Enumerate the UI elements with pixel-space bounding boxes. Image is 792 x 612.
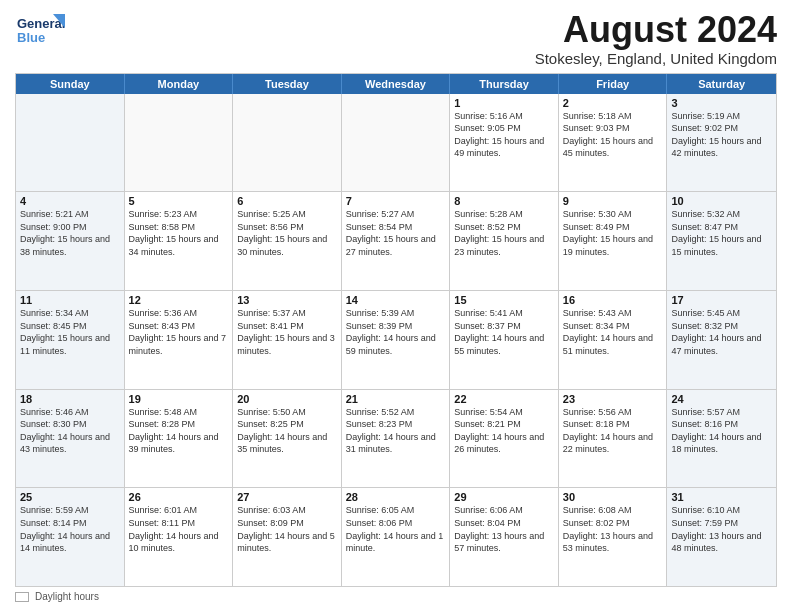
cell-info: Sunrise: 5:30 AM Sunset: 8:49 PM Dayligh… [563, 208, 663, 258]
table-row: 29Sunrise: 6:06 AM Sunset: 8:04 PM Dayli… [450, 488, 559, 586]
day-number: 9 [563, 195, 663, 207]
table-row: 15Sunrise: 5:41 AM Sunset: 8:37 PM Dayli… [450, 291, 559, 389]
day-number: 14 [346, 294, 446, 306]
table-row: 19Sunrise: 5:48 AM Sunset: 8:28 PM Dayli… [125, 390, 234, 488]
table-row: 23Sunrise: 5:56 AM Sunset: 8:18 PM Dayli… [559, 390, 668, 488]
table-row: 13Sunrise: 5:37 AM Sunset: 8:41 PM Dayli… [233, 291, 342, 389]
table-row: 22Sunrise: 5:54 AM Sunset: 8:21 PM Dayli… [450, 390, 559, 488]
day-number: 27 [237, 491, 337, 503]
cell-info: Sunrise: 5:46 AM Sunset: 8:30 PM Dayligh… [20, 406, 120, 456]
cell-info: Sunrise: 5:45 AM Sunset: 8:32 PM Dayligh… [671, 307, 772, 357]
header-tuesday: Tuesday [233, 74, 342, 94]
day-number: 26 [129, 491, 229, 503]
day-number: 12 [129, 294, 229, 306]
calendar: Sunday Monday Tuesday Wednesday Thursday… [15, 73, 777, 587]
daylight-label: Daylight hours [35, 591, 99, 602]
page: General Blue August 2024 Stokesley, Engl… [0, 0, 792, 612]
day-number: 4 [20, 195, 120, 207]
day-number: 29 [454, 491, 554, 503]
table-row: 28Sunrise: 6:05 AM Sunset: 8:06 PM Dayli… [342, 488, 451, 586]
table-row [233, 94, 342, 192]
cell-info: Sunrise: 5:48 AM Sunset: 8:28 PM Dayligh… [129, 406, 229, 456]
calendar-row-1: 1Sunrise: 5:16 AM Sunset: 9:05 PM Daylig… [16, 94, 776, 193]
day-number: 1 [454, 97, 554, 109]
table-row: 7Sunrise: 5:27 AM Sunset: 8:54 PM Daylig… [342, 192, 451, 290]
cell-info: Sunrise: 5:36 AM Sunset: 8:43 PM Dayligh… [129, 307, 229, 357]
cell-info: Sunrise: 6:03 AM Sunset: 8:09 PM Dayligh… [237, 504, 337, 554]
calendar-row-4: 18Sunrise: 5:46 AM Sunset: 8:30 PM Dayli… [16, 390, 776, 489]
cell-info: Sunrise: 5:37 AM Sunset: 8:41 PM Dayligh… [237, 307, 337, 357]
cell-info: Sunrise: 5:50 AM Sunset: 8:25 PM Dayligh… [237, 406, 337, 456]
title-block: August 2024 Stokesley, England, United K… [535, 10, 777, 67]
table-row: 5Sunrise: 5:23 AM Sunset: 8:58 PM Daylig… [125, 192, 234, 290]
table-row: 26Sunrise: 6:01 AM Sunset: 8:11 PM Dayli… [125, 488, 234, 586]
day-number: 24 [671, 393, 772, 405]
day-number: 10 [671, 195, 772, 207]
header-wednesday: Wednesday [342, 74, 451, 94]
header-friday: Friday [559, 74, 668, 94]
calendar-body: 1Sunrise: 5:16 AM Sunset: 9:05 PM Daylig… [16, 94, 776, 586]
day-number: 11 [20, 294, 120, 306]
day-number: 18 [20, 393, 120, 405]
logo-icon: General Blue [15, 10, 65, 52]
calendar-row-3: 11Sunrise: 5:34 AM Sunset: 8:45 PM Dayli… [16, 291, 776, 390]
day-number: 22 [454, 393, 554, 405]
day-number: 7 [346, 195, 446, 207]
cell-info: Sunrise: 5:34 AM Sunset: 8:45 PM Dayligh… [20, 307, 120, 357]
cell-info: Sunrise: 5:21 AM Sunset: 9:00 PM Dayligh… [20, 208, 120, 258]
daylight-box [15, 592, 29, 602]
table-row: 9Sunrise: 5:30 AM Sunset: 8:49 PM Daylig… [559, 192, 668, 290]
cell-info: Sunrise: 5:27 AM Sunset: 8:54 PM Dayligh… [346, 208, 446, 258]
table-row: 20Sunrise: 5:50 AM Sunset: 8:25 PM Dayli… [233, 390, 342, 488]
calendar-row-2: 4Sunrise: 5:21 AM Sunset: 9:00 PM Daylig… [16, 192, 776, 291]
calendar-header: Sunday Monday Tuesday Wednesday Thursday… [16, 74, 776, 94]
cell-info: Sunrise: 6:10 AM Sunset: 7:59 PM Dayligh… [671, 504, 772, 554]
day-number: 30 [563, 491, 663, 503]
table-row: 27Sunrise: 6:03 AM Sunset: 8:09 PM Dayli… [233, 488, 342, 586]
day-number: 21 [346, 393, 446, 405]
calendar-row-5: 25Sunrise: 5:59 AM Sunset: 8:14 PM Dayli… [16, 488, 776, 586]
table-row: 30Sunrise: 6:08 AM Sunset: 8:02 PM Dayli… [559, 488, 668, 586]
cell-info: Sunrise: 5:25 AM Sunset: 8:56 PM Dayligh… [237, 208, 337, 258]
table-row [342, 94, 451, 192]
cell-info: Sunrise: 5:23 AM Sunset: 8:58 PM Dayligh… [129, 208, 229, 258]
cell-info: Sunrise: 5:56 AM Sunset: 8:18 PM Dayligh… [563, 406, 663, 456]
cell-info: Sunrise: 6:05 AM Sunset: 8:06 PM Dayligh… [346, 504, 446, 554]
table-row: 4Sunrise: 5:21 AM Sunset: 9:00 PM Daylig… [16, 192, 125, 290]
table-row: 24Sunrise: 5:57 AM Sunset: 8:16 PM Dayli… [667, 390, 776, 488]
cell-info: Sunrise: 6:01 AM Sunset: 8:11 PM Dayligh… [129, 504, 229, 554]
cell-info: Sunrise: 6:06 AM Sunset: 8:04 PM Dayligh… [454, 504, 554, 554]
footer: Daylight hours [15, 591, 777, 602]
cell-info: Sunrise: 5:59 AM Sunset: 8:14 PM Dayligh… [20, 504, 120, 554]
table-row: 21Sunrise: 5:52 AM Sunset: 8:23 PM Dayli… [342, 390, 451, 488]
day-number: 15 [454, 294, 554, 306]
header-saturday: Saturday [667, 74, 776, 94]
table-row: 25Sunrise: 5:59 AM Sunset: 8:14 PM Dayli… [16, 488, 125, 586]
cell-info: Sunrise: 5:32 AM Sunset: 8:47 PM Dayligh… [671, 208, 772, 258]
cell-info: Sunrise: 5:28 AM Sunset: 8:52 PM Dayligh… [454, 208, 554, 258]
month-title: August 2024 [535, 10, 777, 50]
table-row [125, 94, 234, 192]
day-number: 17 [671, 294, 772, 306]
table-row: 12Sunrise: 5:36 AM Sunset: 8:43 PM Dayli… [125, 291, 234, 389]
table-row: 17Sunrise: 5:45 AM Sunset: 8:32 PM Dayli… [667, 291, 776, 389]
table-row: 18Sunrise: 5:46 AM Sunset: 8:30 PM Dayli… [16, 390, 125, 488]
day-number: 23 [563, 393, 663, 405]
location: Stokesley, England, United Kingdom [535, 50, 777, 67]
table-row: 3Sunrise: 5:19 AM Sunset: 9:02 PM Daylig… [667, 94, 776, 192]
table-row [16, 94, 125, 192]
table-row: 11Sunrise: 5:34 AM Sunset: 8:45 PM Dayli… [16, 291, 125, 389]
cell-info: Sunrise: 5:57 AM Sunset: 8:16 PM Dayligh… [671, 406, 772, 456]
cell-info: Sunrise: 5:43 AM Sunset: 8:34 PM Dayligh… [563, 307, 663, 357]
table-row: 2Sunrise: 5:18 AM Sunset: 9:03 PM Daylig… [559, 94, 668, 192]
day-number: 20 [237, 393, 337, 405]
table-row: 10Sunrise: 5:32 AM Sunset: 8:47 PM Dayli… [667, 192, 776, 290]
day-number: 31 [671, 491, 772, 503]
cell-info: Sunrise: 5:18 AM Sunset: 9:03 PM Dayligh… [563, 110, 663, 160]
cell-info: Sunrise: 5:19 AM Sunset: 9:02 PM Dayligh… [671, 110, 772, 160]
day-number: 6 [237, 195, 337, 207]
day-number: 19 [129, 393, 229, 405]
day-number: 3 [671, 97, 772, 109]
table-row: 16Sunrise: 5:43 AM Sunset: 8:34 PM Dayli… [559, 291, 668, 389]
svg-text:Blue: Blue [17, 30, 45, 45]
